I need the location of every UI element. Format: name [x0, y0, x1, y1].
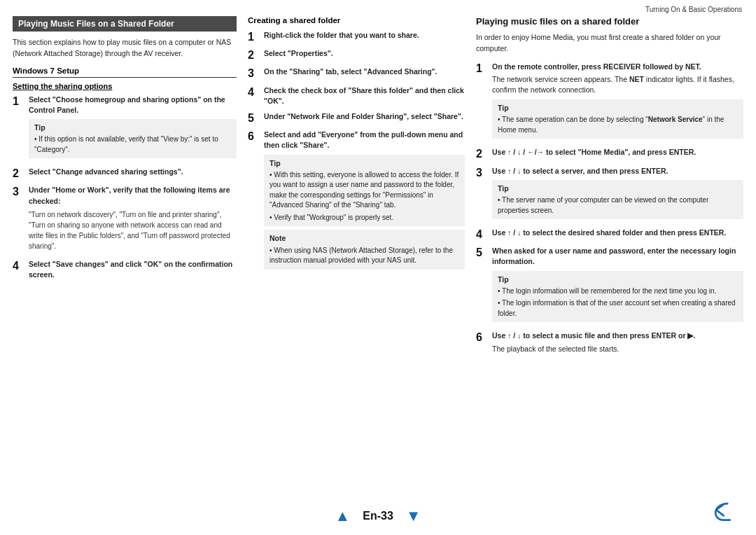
- note-box-mid-6: Note • When using NAS (Network Attached …: [264, 230, 465, 269]
- mid-step-1: 1 Right-click the folder that you want t…: [248, 30, 465, 43]
- right-section-title: Playing music files on a shared folder: [476, 16, 743, 27]
- intro-text: This section explains how to play music …: [13, 37, 237, 60]
- tip-box-right-3: Tip • The server name of your computer c…: [492, 180, 743, 219]
- tip-box-right-5: Tip • The login information will be reme…: [492, 271, 743, 323]
- footer: ▲ En-33 ▼: [0, 507, 756, 525]
- page-header: Turning On & Basic Operations: [0, 0, 756, 16]
- right-step-6: 6 Use ↑ / ↓ to select a music file and t…: [476, 331, 743, 354]
- mid-step-3: 3 On the "Sharing" tab, select "Advanced…: [248, 67, 465, 80]
- right-step-2: 2 Use ↑ / ↓ / ←/→ to select "Home Media"…: [476, 147, 743, 160]
- left-steps-list: 1 Select "Choose homegroup and sharing o…: [13, 95, 237, 281]
- left-step-3: 3 Under "Home or Work", verify that the …: [13, 185, 237, 253]
- creating-folder-title: Creating a shared folder: [248, 16, 465, 25]
- right-step-4: 4 Use ↑ / ↓ to select the desired shared…: [476, 228, 743, 241]
- mid-step-5: 5 Under "Network File and Folder Sharing…: [248, 111, 465, 125]
- right-step-1: 1 On the remote controller, press RECEIV…: [476, 62, 743, 143]
- windows-setup-title: Windows 7 Setup: [13, 67, 237, 78]
- playing-intro: In order to enjoy Home Media, you must f…: [476, 32, 743, 55]
- footer-up-arrow[interactable]: ▲: [335, 507, 350, 525]
- main-title-bar: Playing Music Files on a Shared Folder: [13, 16, 237, 32]
- left-step-1: 1 Select "Choose homegroup and sharing o…: [13, 95, 237, 162]
- middle-column: Creating a shared folder 1 Right-click t…: [248, 16, 465, 359]
- right-steps-list: 1 On the remote controller, press RECEIV…: [476, 62, 743, 354]
- right-step-5: 5 When asked for a user name and passwor…: [476, 246, 743, 326]
- tip-box-mid-6: Tip • With this setting, everyone is all…: [264, 155, 465, 227]
- mid-step-2: 2 Select "Properties".: [248, 48, 465, 62]
- footer-page-number: En-33: [363, 510, 393, 522]
- right-column: Playing music files on a shared folder I…: [476, 16, 743, 359]
- left-step-2: 2 Select "Change advanced sharing settin…: [13, 167, 237, 180]
- left-column: Playing Music Files on a Shared Folder T…: [13, 16, 237, 359]
- mid-steps-list: 1 Right-click the folder that you want t…: [248, 30, 465, 273]
- header-text: Turning On & Basic Operations: [645, 6, 742, 13]
- mid-step-6: 6 Select and add "Everyone" from the pul…: [248, 130, 465, 272]
- sharing-options-title: Setting the sharing options: [13, 82, 237, 90]
- footer-down-arrow[interactable]: ▼: [406, 507, 421, 525]
- footer-nav: ▲ En-33 ▼: [335, 507, 421, 525]
- footer-back-button[interactable]: [710, 499, 735, 525]
- left-step-4: 4 Select "Save changes" and click "OK" o…: [13, 259, 237, 280]
- right-step-3: 3 Use ↑ / ↓ to select a server, and then…: [476, 166, 743, 223]
- back-icon: [710, 499, 735, 524]
- tip-box-right-1: Tip • The same operation can be done by …: [492, 99, 743, 139]
- tip-box-1: Tip • If this option is not available, v…: [29, 119, 237, 158]
- mid-step-4: 4 Check the check box of "Share this fol…: [248, 85, 465, 106]
